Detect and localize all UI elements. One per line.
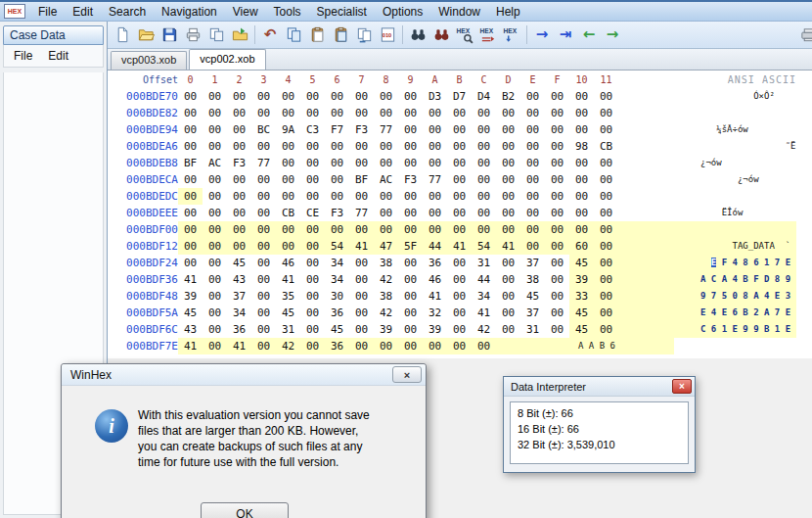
hex-byte[interactable]: F3 <box>227 155 251 171</box>
find-next-icon[interactable] <box>429 24 453 47</box>
hex-byte[interactable]: 39 <box>423 321 447 338</box>
hex-byte[interactable]: 00 <box>251 88 276 105</box>
hex-byte[interactable]: 31 <box>472 255 496 271</box>
hex-byte[interactable]: 41 <box>423 288 447 305</box>
hex-byte[interactable]: 00 <box>227 238 251 255</box>
hex-byte[interactable]: 00 <box>545 288 569 305</box>
hex-byte[interactable]: 00 <box>178 205 203 221</box>
paste-clipboard-icon[interactable] <box>305 24 329 47</box>
hex-byte[interactable]: 60 <box>569 238 594 255</box>
hex-byte[interactable]: 00 <box>496 171 520 188</box>
hex-byte[interactable]: 00 <box>423 155 447 171</box>
hex-byte[interactable]: 00 <box>545 105 569 121</box>
hex-byte[interactable]: 00 <box>496 121 520 138</box>
hex-byte[interactable]: 37 <box>520 255 545 271</box>
hex-byte[interactable]: 00 <box>178 88 203 105</box>
hex-byte[interactable]: 00 <box>472 121 496 138</box>
hex-byte[interactable]: 00 <box>496 288 520 305</box>
hex-byte[interactable]: 00 <box>251 288 276 305</box>
hex-byte[interactable]: 00 <box>569 155 594 171</box>
hex-byte[interactable]: 00 <box>251 138 276 155</box>
ascii-text[interactable]: ¿¬ów <box>700 155 796 171</box>
undo-icon[interactable]: ↶ <box>258 24 282 47</box>
menu-edit[interactable]: Edit <box>65 2 101 22</box>
hex-byte[interactable]: 00 <box>398 138 423 155</box>
hex-byte[interactable]: 00 <box>300 238 325 255</box>
hex-byte[interactable]: AC <box>374 171 398 188</box>
hex-byte[interactable]: 00 <box>447 221 472 238</box>
hex-byte[interactable]: F3 <box>349 121 374 138</box>
hex-byte[interactable]: 00 <box>178 238 203 255</box>
hex-byte[interactable]: 00 <box>227 188 251 205</box>
hex-byte[interactable]: 00 <box>594 305 618 321</box>
hex-byte[interactable]: BF <box>349 171 374 188</box>
hex-byte[interactable]: 00 <box>251 238 276 255</box>
hex-byte[interactable]: 00 <box>325 155 349 171</box>
hex-byte[interactable]: 00 <box>594 221 618 238</box>
hex-byte[interactable]: 00 <box>545 171 569 188</box>
hex-byte[interactable]: 00 <box>520 221 545 238</box>
hex-byte[interactable]: 00 <box>300 321 325 338</box>
hex-byte[interactable]: 00 <box>374 188 398 205</box>
hex-byte[interactable]: 00 <box>447 205 472 221</box>
hex-byte[interactable]: 00 <box>300 271 325 288</box>
copy-page-icon[interactable] <box>352 24 376 47</box>
hex-byte[interactable]: 00 <box>398 321 423 338</box>
hex-byte[interactable]: B2 <box>496 88 520 105</box>
hex-byte[interactable]: 00 <box>325 105 349 121</box>
hex-byte[interactable]: 37 <box>520 305 545 321</box>
menu-file[interactable]: File <box>30 2 65 22</box>
replace-hex-icon[interactable]: HEX <box>476 24 500 47</box>
hex-byte[interactable]: 00 <box>447 271 472 288</box>
hex-byte[interactable]: 00 <box>276 171 300 188</box>
hex-byte[interactable]: 00 <box>374 338 398 354</box>
find-hex-next-icon[interactable]: HEX <box>500 24 523 47</box>
hex-byte[interactable]: F3 <box>325 205 349 221</box>
hex-byte[interactable]: 00 <box>545 155 569 171</box>
hex-byte[interactable]: 00 <box>569 221 594 238</box>
hex-byte[interactable]: 00 <box>349 305 374 321</box>
hex-byte[interactable]: 45 <box>520 288 545 305</box>
hex-byte[interactable]: 00 <box>349 138 374 155</box>
hex-byte[interactable]: 00 <box>545 255 569 271</box>
hex-byte[interactable]: 00 <box>227 138 251 155</box>
ascii-text[interactable] <box>700 221 796 238</box>
hex-byte[interactable]: 00 <box>569 88 594 105</box>
hex-byte[interactable]: 00 <box>423 105 447 121</box>
hex-byte[interactable]: 00 <box>251 171 276 188</box>
hex-byte[interactable]: 00 <box>496 205 520 221</box>
hex-byte[interactable]: 32 <box>423 305 447 321</box>
tab-vcp003.xob[interactable]: vcp003.xob <box>111 51 187 70</box>
hex-byte[interactable]: 34 <box>472 288 496 305</box>
hex-byte[interactable]: 00 <box>496 271 520 288</box>
hex-byte[interactable]: 00 <box>447 155 472 171</box>
hex-byte[interactable]: 00 <box>349 105 374 121</box>
hex-byte[interactable]: 00 <box>594 205 618 221</box>
hex-byte[interactable]: 41 <box>349 238 374 255</box>
hex-byte[interactable]: 00 <box>472 105 496 121</box>
hex-byte[interactable]: 46 <box>423 271 447 288</box>
hex-byte[interactable]: 39 <box>374 321 398 338</box>
hex-byte[interactable]: 00 <box>398 155 423 171</box>
hex-byte[interactable]: 00 <box>594 321 618 338</box>
hex-byte[interactable]: BC <box>251 121 276 138</box>
ok-button[interactable]: OK <box>201 502 289 518</box>
hex-byte[interactable]: 45 <box>569 321 594 338</box>
hex-byte[interactable]: 00 <box>203 105 227 121</box>
ascii-text[interactable]: ¼šÃ÷ów <box>700 121 796 138</box>
hex-byte[interactable]: 36 <box>325 338 349 354</box>
hex-byte[interactable]: 39 <box>569 271 594 288</box>
hex-byte[interactable]: 00 <box>398 221 423 238</box>
ascii-text[interactable]: A A B 6 <box>578 338 674 354</box>
hex-byte[interactable]: 00 <box>325 221 349 238</box>
hex-byte[interactable]: 00 <box>227 121 251 138</box>
hex-byte[interactable]: 00 <box>276 88 300 105</box>
hex-byte[interactable]: 00 <box>349 221 374 238</box>
hex-byte[interactable]: 00 <box>569 188 594 205</box>
hex-byte[interactable]: 00 <box>374 155 398 171</box>
hex-byte[interactable]: 00 <box>349 288 374 305</box>
copy-binary-icon[interactable]: 010 <box>376 24 399 47</box>
hex-byte[interactable]: 00 <box>300 138 325 155</box>
hex-byte[interactable]: 00 <box>203 305 227 321</box>
hex-byte[interactable]: 41 <box>276 271 300 288</box>
